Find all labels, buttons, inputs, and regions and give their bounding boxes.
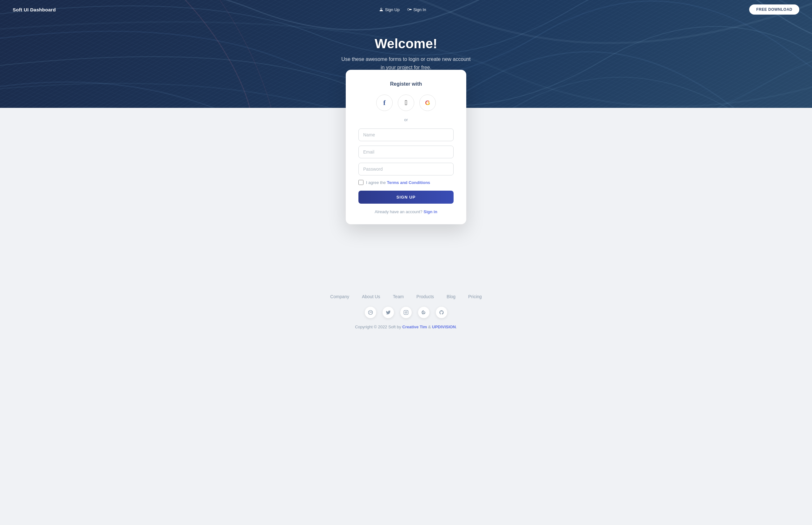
footer-link-team[interactable]: Team <box>393 294 404 299</box>
register-card: Register with f  G or I agree the Terms… <box>346 70 466 224</box>
footer-links: Company About Us Team Products Blog Pric… <box>6 294 806 299</box>
register-card-title: Register with <box>358 81 454 87</box>
footer-copyright: Copyright © 2022 Soft by Creative Tim & … <box>6 325 806 329</box>
google-icon: G <box>425 99 430 107</box>
signup-button[interactable]: SIGN UP <box>358 191 454 204</box>
footer-socials <box>6 307 806 318</box>
terms-link[interactable]: Terms and Conditions <box>387 180 430 185</box>
facebook-icon: f <box>383 99 386 107</box>
signin-nav-link[interactable]: Sign In <box>407 7 426 12</box>
hero-subtitle: Use these awesome forms to login or crea… <box>340 55 472 71</box>
google-login-button[interactable]: G <box>419 94 436 111</box>
apple-login-button[interactable]:  <box>398 94 414 111</box>
terms-row: I agree the Terms and Conditions <box>358 180 454 185</box>
footer: Company About Us Team Products Blog Pric… <box>0 281 812 337</box>
page-spacer <box>0 243 812 281</box>
terms-checkbox[interactable] <box>358 180 363 185</box>
already-account-row: Already have an account? Sign in <box>358 209 454 214</box>
name-input[interactable] <box>358 129 454 141</box>
navbar-brand: Soft UI Dashboard <box>13 7 56 12</box>
hero-title: Welcome! <box>340 36 472 51</box>
footer-link-about[interactable]: About Us <box>362 294 380 299</box>
updivision-link[interactable]: UPDIVISION <box>432 325 456 329</box>
twitter-icon-button[interactable] <box>382 307 394 318</box>
or-divider: or <box>358 117 454 122</box>
download-button[interactable]: FREE DOWNLOAD <box>749 4 799 15</box>
footer-link-company[interactable]: Company <box>330 294 349 299</box>
footer-link-products[interactable]: Products <box>417 294 434 299</box>
hero-content: Welcome! Use these awesome forms to logi… <box>340 36 472 71</box>
instagram-icon <box>404 310 408 315</box>
dribbble-icon-button[interactable] <box>365 307 376 318</box>
password-input[interactable] <box>358 163 454 176</box>
facebook-login-button[interactable]: f <box>376 94 393 111</box>
pinterest-icon <box>421 310 426 315</box>
signup-nav-link[interactable]: Sign Up <box>379 7 400 12</box>
svg-point-2 <box>405 312 407 313</box>
main-content: Register with f  G or I agree the Terms… <box>0 108 812 243</box>
navbar-links: Sign Up Sign In <box>379 7 426 12</box>
pinterest-icon-button[interactable] <box>418 307 430 318</box>
footer-link-blog[interactable]: Blog <box>447 294 455 299</box>
creative-tim-link[interactable]: Creative Tim <box>402 325 427 329</box>
svg-point-3 <box>407 311 407 312</box>
footer-link-pricing[interactable]: Pricing <box>468 294 482 299</box>
social-buttons: f  G <box>358 94 454 111</box>
navbar: Soft UI Dashboard Sign Up Sign In FREE D… <box>0 0 812 19</box>
apple-icon:  <box>405 99 407 107</box>
terms-text: I agree the Terms and Conditions <box>366 180 430 185</box>
person-icon <box>379 7 384 12</box>
twitter-icon <box>386 310 391 315</box>
key-icon <box>407 7 412 12</box>
signin-link[interactable]: Sign in <box>423 209 437 214</box>
dribbble-icon <box>368 310 373 315</box>
github-icon <box>439 310 444 315</box>
github-icon-button[interactable] <box>436 307 447 318</box>
email-input[interactable] <box>358 146 454 158</box>
instagram-icon-button[interactable] <box>400 307 412 318</box>
svg-rect-1 <box>404 310 408 314</box>
